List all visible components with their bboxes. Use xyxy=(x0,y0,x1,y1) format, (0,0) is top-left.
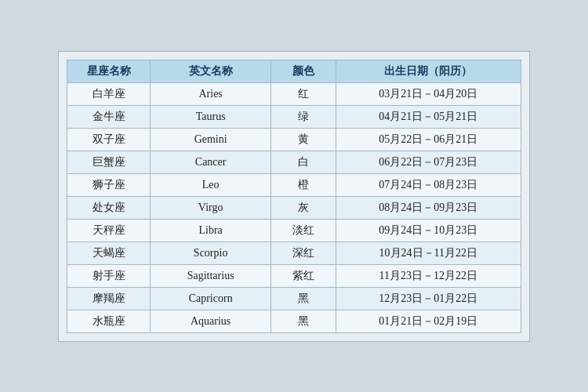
table-row: 天蝎座Scorpio深红10月24日－11月22日 xyxy=(67,241,521,264)
cell-date: 09月24日－10月23日 xyxy=(336,219,521,241)
cell-chinese: 天蝎座 xyxy=(67,241,151,264)
cell-english: Aries xyxy=(151,82,271,105)
cell-chinese: 水瓶座 xyxy=(67,310,151,332)
table-row: 狮子座Leo橙07月24日－08月23日 xyxy=(67,173,521,196)
cell-date: 04月21日－05月21日 xyxy=(336,105,521,128)
cell-chinese: 狮子座 xyxy=(67,173,151,196)
cell-english: Cancer xyxy=(151,151,271,173)
header-date: 出生日期（阳历） xyxy=(336,60,521,82)
cell-date: 03月21日－04月20日 xyxy=(336,82,521,105)
cell-date: 08月24日－09月23日 xyxy=(336,196,521,219)
cell-color: 淡红 xyxy=(270,219,336,241)
cell-date: 06月22日－07月23日 xyxy=(336,151,521,173)
cell-english: Capricorn xyxy=(151,287,271,310)
cell-chinese: 双子座 xyxy=(67,128,151,151)
cell-chinese: 处女座 xyxy=(67,196,151,219)
cell-english: Leo xyxy=(151,173,271,196)
table-header-row: 星座名称 英文名称 颜色 出生日期（阳历） xyxy=(67,60,521,82)
cell-english: Gemini xyxy=(151,128,271,151)
header-color: 颜色 xyxy=(270,60,336,82)
cell-color: 黑 xyxy=(270,310,336,332)
header-english: 英文名称 xyxy=(151,60,271,82)
table-row: 白羊座Aries红03月21日－04月20日 xyxy=(67,82,521,105)
cell-chinese: 巨蟹座 xyxy=(67,151,151,173)
cell-color: 紫红 xyxy=(270,264,336,287)
cell-chinese: 白羊座 xyxy=(67,82,151,105)
table-row: 天秤座Libra淡红09月24日－10月23日 xyxy=(67,219,521,241)
cell-color: 黄 xyxy=(270,128,336,151)
table-row: 摩羯座Capricorn黑12月23日－01月22日 xyxy=(67,287,521,310)
cell-chinese: 射手座 xyxy=(67,264,151,287)
cell-color: 红 xyxy=(270,82,336,105)
cell-color: 深红 xyxy=(270,241,336,264)
table-row: 巨蟹座Cancer白06月22日－07月23日 xyxy=(67,151,521,173)
cell-date: 10月24日－11月22日 xyxy=(336,241,521,264)
cell-color: 黑 xyxy=(270,287,336,310)
table-row: 射手座Sagittarius紫红11月23日－12月22日 xyxy=(67,264,521,287)
table-row: 金牛座Taurus绿04月21日－05月21日 xyxy=(67,105,521,128)
cell-chinese: 摩羯座 xyxy=(67,287,151,310)
cell-date: 11月23日－12月22日 xyxy=(336,264,521,287)
cell-color: 白 xyxy=(270,151,336,173)
table-row: 双子座Gemini黄05月22日－06月21日 xyxy=(67,128,521,151)
header-chinese: 星座名称 xyxy=(67,60,151,82)
cell-english: Sagittarius xyxy=(151,264,271,287)
cell-color: 灰 xyxy=(270,196,336,219)
cell-color: 橙 xyxy=(270,173,336,196)
cell-date: 01月21日－02月19日 xyxy=(336,310,521,332)
cell-chinese: 金牛座 xyxy=(67,105,151,128)
cell-color: 绿 xyxy=(270,105,336,128)
zodiac-table: 星座名称 英文名称 颜色 出生日期（阳历） 白羊座Aries红03月21日－04… xyxy=(67,60,521,333)
cell-date: 12月23日－01月22日 xyxy=(336,287,521,310)
cell-english: Aquarius xyxy=(151,310,271,332)
zodiac-table-wrapper: 星座名称 英文名称 颜色 出生日期（阳历） 白羊座Aries红03月21日－04… xyxy=(58,51,530,342)
cell-date: 07月24日－08月23日 xyxy=(336,173,521,196)
table-row: 处女座Virgo灰08月24日－09月23日 xyxy=(67,196,521,219)
cell-english: Taurus xyxy=(151,105,271,128)
table-row: 水瓶座Aquarius黑01月21日－02月19日 xyxy=(67,310,521,332)
cell-english: Virgo xyxy=(151,196,271,219)
cell-english: Scorpio xyxy=(151,241,271,264)
cell-english: Libra xyxy=(151,219,271,241)
cell-date: 05月22日－06月21日 xyxy=(336,128,521,151)
cell-chinese: 天秤座 xyxy=(67,219,151,241)
